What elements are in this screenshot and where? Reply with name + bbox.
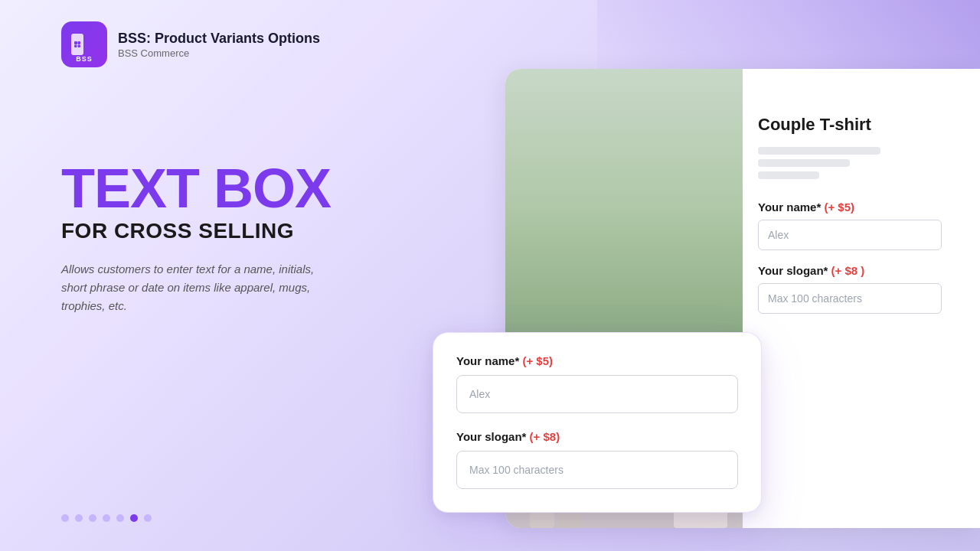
svg-rect-0 — [74, 41, 77, 44]
app-logo: BSS — [61, 21, 107, 67]
hero-subtitle: FOR CROSS SELLING — [61, 219, 383, 243]
svg-rect-2 — [74, 45, 77, 48]
dot-6-active[interactable] — [130, 514, 138, 522]
card-field1-input[interactable]: Alex — [456, 375, 738, 413]
dot-2[interactable] — [75, 514, 83, 522]
dot-3[interactable] — [89, 514, 96, 522]
product-info: Couple T-shirt Your name* (+ $5) Alex Yo… — [743, 99, 957, 343]
card-field2-input[interactable]: Max 100 characters — [456, 451, 738, 489]
hero-description: Allows customers to enter text for a nam… — [61, 260, 322, 315]
product-title: Couple T-shirt — [758, 115, 942, 135]
floating-form-card: Your name* (+ $5) Alex Your slogan* (+ $… — [433, 332, 762, 513]
product-field2-input[interactable]: Max 100 characters — [758, 283, 942, 314]
dot-7[interactable] — [144, 514, 152, 522]
dot-5[interactable] — [116, 514, 124, 522]
product-field1-label: Your name* (+ $5) — [758, 201, 942, 214]
product-field2-label: Your slogan* (+ $8 ) — [758, 264, 942, 277]
card-field1-label: Your name* (+ $5) — [456, 354, 738, 367]
logo-text: BSS — [76, 55, 93, 63]
carousel-dots — [61, 514, 152, 522]
hero-section: TEXT BOX FOR CROSS SELLING Allows custom… — [61, 161, 383, 315]
dot-4[interactable] — [103, 514, 110, 522]
product-line-3 — [758, 171, 819, 179]
svg-rect-3 — [77, 45, 80, 48]
svg-rect-1 — [77, 41, 80, 44]
product-line-2 — [758, 159, 850, 167]
hero-title: TEXT BOX — [61, 161, 383, 216]
dot-1[interactable] — [61, 514, 69, 522]
card-field2-label: Your slogan* (+ $8) — [456, 430, 738, 443]
app-header: BSS BSS: Product Variants Options BSS Co… — [61, 21, 320, 67]
product-line-1 — [758, 147, 880, 155]
app-subtitle: BSS Commerce — [118, 47, 320, 59]
app-title: BSS: Product Variants Options — [118, 31, 320, 47]
product-field1-input[interactable]: Alex — [758, 220, 942, 250]
